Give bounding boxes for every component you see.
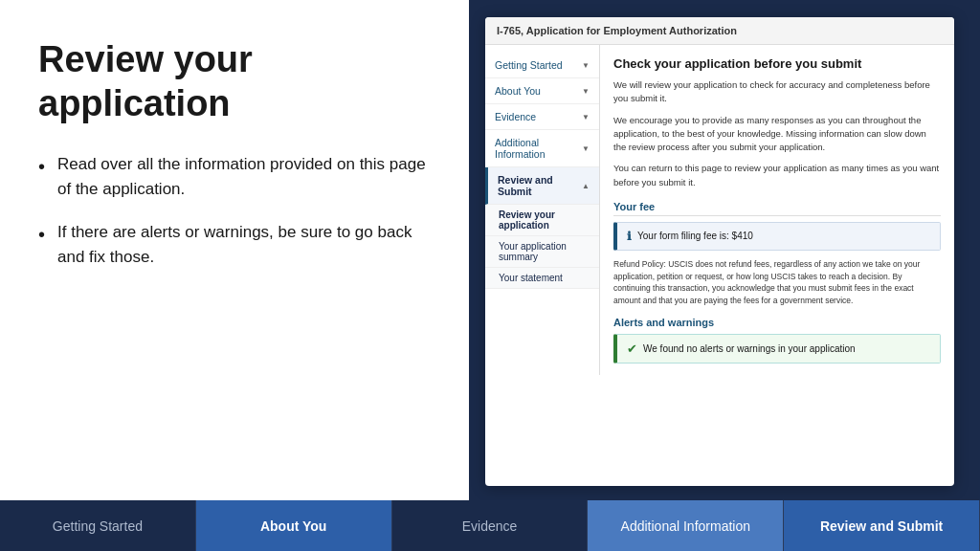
fee-box: ℹ Your form filing fee is: $410: [613, 222, 941, 251]
form-sidebar: Getting Started ▼ About You ▼ Evidence ▼…: [485, 45, 600, 375]
nav-sub-statement[interactable]: Your statement: [485, 268, 599, 289]
bullet-list: Read over all the information provided o…: [38, 152, 431, 288]
intro-text-3: You can return to this page to review yo…: [613, 162, 941, 189]
form-content: Check your application before you submit…: [600, 45, 954, 375]
bottom-nav-getting-started[interactable]: Getting Started: [0, 500, 196, 551]
nav-item-getting-started[interactable]: Getting Started ▼: [485, 53, 599, 78]
fee-section-title: Your fee: [613, 201, 941, 216]
alert-success-box: ✔ We found no alerts or warnings in your…: [613, 334, 941, 364]
intro-text-2: We encourage you to provide as many resp…: [613, 114, 941, 155]
form-title: I-765, Application for Employment Author…: [485, 17, 954, 45]
info-icon: ℹ: [627, 230, 632, 243]
fee-text: Your form filing fee is: $410: [637, 231, 753, 241]
alerts-title: Alerts and warnings: [613, 317, 941, 328]
check-icon: ✔: [627, 342, 637, 356]
bottom-nav-evidence[interactable]: Evidence: [392, 500, 589, 551]
alert-success-text: We found no alerts or warnings in your a…: [643, 343, 856, 354]
bottom-nav-review-submit[interactable]: Review and Submit: [784, 500, 980, 551]
page-heading: Review your application: [38, 38, 431, 125]
nav-sub-application-summary[interactable]: Your application summary: [485, 236, 599, 268]
intro-text-1: We will review your application to check…: [613, 78, 941, 106]
chevron-up-icon: ▲: [582, 182, 590, 190]
bottom-nav-additional-info[interactable]: Additional Information: [588, 500, 784, 551]
alerts-section: Alerts and warnings ✔ We found no alerts…: [613, 317, 941, 364]
browser-window: I-765, Application for Employment Author…: [485, 17, 954, 486]
chevron-down-icon: ▼: [582, 61, 590, 70]
nav-item-review-submit[interactable]: Review and Submit ▲: [485, 167, 599, 205]
nav-item-about-you[interactable]: About You ▼: [485, 78, 599, 104]
chevron-down-icon: ▼: [582, 87, 590, 96]
content-heading: Check your application before you submit: [613, 56, 941, 71]
bullet-item-2: If there are alerts or warnings, be sure…: [38, 220, 431, 269]
chevron-down-icon: ▼: [582, 113, 590, 121]
refund-policy-text: Refund Policy: USCIS does not refund fee…: [613, 258, 941, 307]
bottom-nav: Getting Started About You Evidence Addit…: [0, 500, 980, 551]
nav-sub-review-application[interactable]: Review your application: [485, 205, 599, 236]
nav-item-evidence[interactable]: Evidence ▼: [485, 104, 599, 130]
chevron-down-icon: ▼: [582, 144, 590, 153]
bottom-nav-about-you[interactable]: About You: [196, 500, 392, 551]
right-panel: I-765, Application for Employment Author…: [469, 0, 980, 500]
bullet-item-1: Read over all the information provided o…: [38, 152, 431, 201]
nav-item-additional-info[interactable]: Additional Information ▼: [485, 130, 599, 167]
left-panel: Review your application Read over all th…: [0, 0, 469, 500]
